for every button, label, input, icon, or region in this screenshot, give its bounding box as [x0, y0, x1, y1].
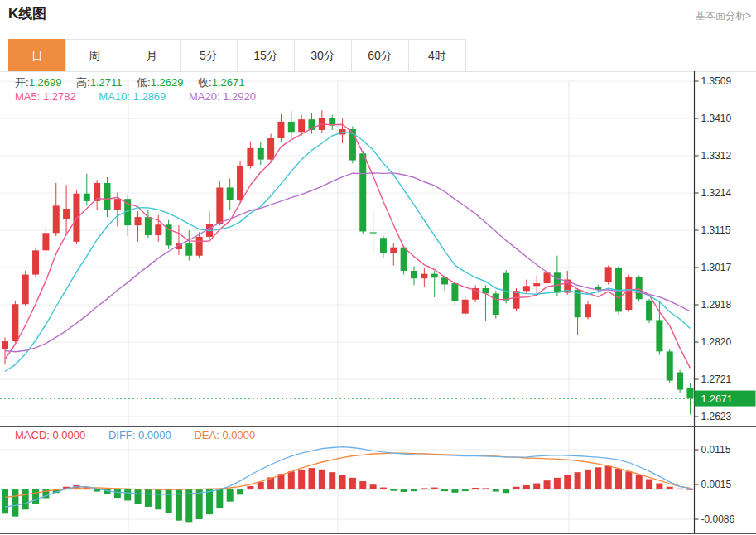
- price-tick-label: 1.2918: [701, 299, 732, 311]
- candle-body: [686, 388, 693, 398]
- macd-bar: [667, 487, 673, 489]
- current-price-tag: 1.2671: [695, 391, 756, 407]
- price-tick-label: 1.2623: [701, 411, 732, 422]
- macd-tick-label: 0.0115: [701, 444, 731, 455]
- candle-body: [390, 248, 397, 253]
- candle-body: [646, 301, 652, 321]
- fundamental-analysis-link[interactable]: 基本面分析>: [696, 9, 751, 23]
- ma10-line: [5, 133, 690, 372]
- macd-bar: [185, 489, 192, 522]
- tab-30min[interactable]: 30分: [294, 39, 352, 72]
- macd-bar: [564, 475, 571, 490]
- macd-axis-labels: 0.01150.0015-0.0086: [695, 444, 735, 525]
- candle-body: [298, 119, 305, 132]
- candle-body: [145, 217, 152, 235]
- macd-bar: [585, 470, 591, 489]
- candle-body: [277, 122, 284, 138]
- macd-bar: [554, 478, 561, 489]
- macd-bar: [493, 489, 499, 492]
- macd-bar: [646, 480, 652, 490]
- price-tick-label: 1.2721: [701, 374, 732, 385]
- tab-week[interactable]: 周: [65, 39, 123, 72]
- macd-bar: [482, 488, 489, 489]
- candle-body: [667, 351, 673, 380]
- candle-body: [42, 233, 49, 250]
- macd-bar: [359, 481, 366, 489]
- candle-body: [32, 250, 39, 274]
- macd-bar: [339, 475, 346, 490]
- candle-body: [288, 122, 295, 132]
- price-tick-label: 1.3312: [701, 150, 732, 161]
- candle-body: [370, 232, 377, 233]
- candle-body: [237, 166, 243, 200]
- tab-15min[interactable]: 15分: [237, 39, 295, 72]
- candle-body: [84, 194, 90, 201]
- price-tick-label: 1.3214: [701, 187, 732, 199]
- tab-5min[interactable]: 5分: [180, 39, 238, 72]
- macd-bar: [677, 489, 683, 489]
- candle-body: [451, 283, 458, 301]
- macd-bar: [258, 482, 264, 489]
- macd-bar: [2, 489, 8, 513]
- current-price-tag-label: 1.2671: [701, 393, 733, 405]
- macd-bar: [329, 472, 335, 489]
- candle-body: [380, 238, 387, 253]
- macd-bar: [124, 489, 131, 500]
- candle-body: [513, 291, 520, 308]
- candle-body: [625, 277, 632, 310]
- tab-day[interactable]: 日: [8, 39, 66, 72]
- price-grid: [0, 81, 695, 417]
- macd-bar: [237, 489, 243, 494]
- candle-body: [677, 373, 683, 390]
- candle-body: [493, 293, 499, 315]
- macd-bar: [145, 489, 152, 507]
- macd-bar: [595, 467, 601, 489]
- macd-bar: [22, 489, 29, 509]
- candle-body: [227, 187, 234, 200]
- macd-bar: [421, 488, 427, 489]
- tab-month[interactable]: 月: [123, 39, 181, 72]
- macd-bar: [155, 489, 161, 509]
- candle-body: [135, 217, 142, 225]
- kline-chart[interactable]: 1.35091.34101.33121.32141.31151.30171.29…: [0, 71, 756, 535]
- macd-bar: [370, 484, 377, 489]
- candle-body: [431, 274, 438, 278]
- candle-body: [359, 153, 366, 231]
- tab-4hour[interactable]: 4时: [408, 39, 466, 72]
- macd-tick-label: -0.0086: [701, 513, 735, 525]
- macd-bar: [401, 489, 407, 492]
- candle-body: [104, 183, 111, 210]
- price-axis-labels: 1.35091.34101.33121.32141.31151.30171.29…: [695, 75, 732, 422]
- macd-bar: [686, 489, 693, 490]
- macd-bar: [349, 478, 356, 489]
- macd-bar: [625, 471, 632, 489]
- page-title: K线图: [8, 4, 46, 23]
- candle-body: [411, 271, 417, 278]
- period-tab-bar: 日 周 月 5分 15分 30分 60分 4时: [8, 39, 466, 72]
- price-tick-label: 1.3509: [701, 75, 732, 87]
- macd-bar: [32, 489, 39, 504]
- candle-body: [605, 267, 612, 282]
- macd-tick-label: 0.0015: [701, 479, 732, 490]
- candle-body: [544, 272, 551, 283]
- candle-body: [462, 300, 469, 314]
- candle-body: [114, 199, 121, 210]
- price-tick-label: 1.3410: [701, 113, 732, 124]
- tab-60min[interactable]: 60分: [351, 39, 409, 72]
- macd-bar: [309, 468, 315, 489]
- macd-bar: [247, 486, 253, 489]
- page-header: K线图 基本面分析>: [0, 0, 756, 27]
- macd-bar: [411, 489, 417, 491]
- candle-body: [12, 304, 18, 341]
- candle-body: [216, 187, 223, 224]
- candle-body: [533, 283, 540, 286]
- candle-body: [2, 341, 8, 349]
- candle-body: [53, 205, 60, 233]
- macd-bar: [656, 484, 662, 490]
- candle-body: [185, 243, 192, 256]
- macd-bar: [431, 488, 438, 490]
- macd-bars: [2, 466, 693, 523]
- candle-body: [196, 237, 203, 256]
- macd-bar: [288, 471, 295, 489]
- macd-bar: [319, 470, 325, 489]
